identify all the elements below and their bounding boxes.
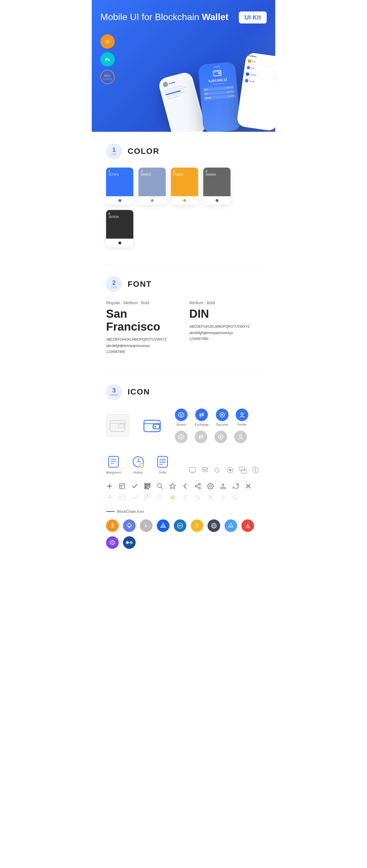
din-numbers: 1234567890 [189, 336, 261, 342]
din-lower: abcdefghijklmnopqrstuvwxyz [189, 330, 261, 336]
sketch-icon: S [104, 37, 112, 45]
svg-point-70 [209, 485, 211, 487]
upload-icon [220, 483, 227, 490]
swatch-main-blue: #3574FA [106, 167, 133, 196]
share-icon [194, 483, 201, 490]
check-icon [131, 483, 138, 490]
close-icon [245, 483, 252, 490]
doc-grid-icon-gray [119, 494, 125, 501]
din-upper: ABCDEFGHIJKLMNOPQRSTUVWXYZ [189, 324, 261, 330]
arrow-right-icon-gray [220, 494, 227, 501]
main-content: 1 ONE COLOR #3574FA #8DA0C8 [92, 132, 275, 578]
section-number-2: 2 TWO [106, 276, 122, 292]
svg-point-21 [221, 414, 223, 416]
exchange-icon-item: Exchange [195, 408, 209, 426]
qr-icon-gray [144, 494, 151, 501]
divider-1 [106, 265, 261, 265]
chevron-left-icon-gray [182, 494, 189, 501]
svg-marker-19 [180, 413, 182, 416]
svg-text:S: S [106, 39, 108, 43]
color-title: COLOR [128, 147, 160, 156]
color-swatch-blue: #3574FA [106, 167, 133, 205]
svg-rect-81 [148, 494, 150, 497]
svg-point-66 [195, 485, 197, 487]
nav-icon-pairs: Assets Exchange [175, 408, 248, 443]
eth-icon [123, 519, 136, 532]
svg-point-42 [229, 469, 231, 471]
color-swatch-grayblue: #8DA0C8 [139, 167, 166, 205]
screens-label: Screens [103, 78, 112, 81]
icon-section: 3 THREE ICON [106, 384, 261, 549]
blue2-icon [123, 536, 136, 549]
misc-icons [188, 466, 259, 474]
ps-icon: Ps [104, 55, 112, 63]
history-icon-item: History [131, 455, 145, 474]
color-swatch-dark: #303030 [106, 210, 133, 247]
sf-numbers: 1234567890 [106, 349, 178, 355]
star-active-icon [169, 494, 176, 501]
assets-label: Assets [176, 423, 186, 426]
svg-text:Ł: Ł [145, 523, 148, 528]
svg-rect-28 [109, 456, 118, 467]
chevron-left-icon [182, 483, 189, 490]
color-section: 1 ONE COLOR #3574FA #8DA0C8 [106, 143, 261, 247]
svg-text:₿: ₿ [111, 523, 114, 528]
svg-rect-50 [119, 484, 125, 489]
crypto-icons-row: ₿ Ł [106, 519, 261, 549]
svg-line-63 [161, 487, 163, 489]
svg-point-16 [154, 426, 156, 427]
order-label: Order [159, 471, 167, 474]
matic-icon [106, 536, 119, 549]
svg-rect-15 [153, 424, 160, 429]
wallet-icon-designs: Assets Exchange [106, 408, 261, 443]
svg-line-8 [213, 71, 221, 72]
icon-section-header: 3 THREE ICON [106, 384, 261, 400]
exchange-icon [195, 408, 208, 421]
screens-badge: 60+ Screens [101, 70, 115, 84]
din-weights: Medium · Bold [189, 301, 261, 305]
waves-icon [157, 519, 169, 532]
sf-lower: abcdefghijklmnopqrstuvwxyz [106, 343, 178, 349]
font-grid: Regular · Medium · Bold San Francisco AB… [106, 301, 261, 355]
discover-icon-item: Discover [216, 408, 228, 426]
sf-name: San Francisco [106, 307, 178, 333]
svg-text:Z: Z [196, 523, 198, 528]
svg-rect-54 [145, 484, 146, 485]
star-icon [169, 483, 176, 490]
svg-marker-111 [111, 541, 114, 544]
chat-bubbles-icon [239, 466, 247, 474]
ltc-icon: Ł [140, 519, 152, 532]
svg-point-65 [199, 483, 200, 485]
svg-point-22 [241, 413, 243, 415]
svg-marker-24 [180, 435, 182, 439]
wallet-icon-hero [213, 69, 222, 77]
profile-icon-item: Profile [236, 408, 248, 426]
svg-marker-109 [230, 525, 232, 527]
phone-mockup-3: Portfolio + BTC $738.2003 ETH [236, 52, 275, 131]
zec-icon: Z [191, 519, 203, 532]
check-icon-gray [131, 494, 138, 501]
svg-point-26 [220, 436, 222, 438]
svg-rect-77 [119, 495, 125, 500]
svg-rect-82 [144, 498, 147, 500]
management-icon [106, 455, 121, 469]
blockchain-label-container: BlockChain Icon [106, 509, 261, 514]
svg-rect-60 [149, 487, 150, 488]
wallet-blue-container [140, 414, 163, 437]
section-number-1: 1 ONE [106, 143, 122, 159]
svg-rect-43 [239, 467, 245, 471]
blockchain-text: BlockChain Icon [117, 509, 144, 514]
moon-icon [214, 466, 222, 474]
assets-icon-item: Assets [175, 408, 188, 426]
wallet-wireframe-container [106, 414, 129, 437]
plus-icon [106, 483, 113, 490]
phone-mockup-2: myWallet 6,297,502.12 Available balance … [198, 62, 241, 132]
steem-icon [225, 519, 237, 532]
utility-icons-row2 [106, 494, 261, 501]
svg-rect-7 [218, 72, 221, 74]
svg-rect-59 [148, 487, 148, 487]
svg-rect-80 [144, 494, 147, 497]
color-swatches-container: #3574FA #8DA0C8 #F5A623 [106, 167, 261, 247]
qr-icon [144, 483, 151, 490]
din-name: DIN [189, 307, 261, 320]
